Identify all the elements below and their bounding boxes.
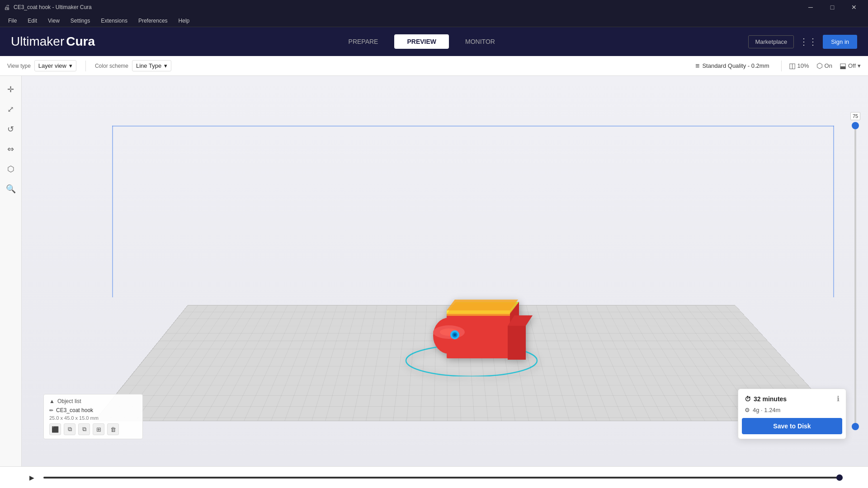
obj-action-delete[interactable]: 🗑 bbox=[107, 423, 119, 435]
layer-slider-bottom-thumb[interactable] bbox=[852, 423, 859, 430]
signin-button[interactable]: Sign in bbox=[823, 35, 857, 49]
svg-marker-13 bbox=[447, 303, 518, 314]
quality-button[interactable]: ≡ Standard Quality - 0.2mm bbox=[691, 60, 774, 72]
view-type-label: View type bbox=[7, 63, 31, 69]
move-tool[interactable]: ✛ bbox=[3, 81, 19, 98]
infill-item: ◫ 10% bbox=[789, 61, 809, 70]
tool-options-bar: View type Layer view ▾ Color scheme Line… bbox=[0, 56, 868, 76]
info-icon[interactable]: ℹ bbox=[837, 394, 840, 403]
save-to-disk-button[interactable]: Save to Disk bbox=[742, 418, 842, 434]
view-type-value: Layer view bbox=[38, 62, 66, 69]
svg-rect-12 bbox=[447, 314, 510, 316]
support-item: ⬡ On bbox=[816, 61, 832, 70]
object-actions: ⬛ ⧉ ⧉ ⊞ 🗑 bbox=[49, 423, 137, 435]
print-panel-header: ⏱ 32 minutes ℹ bbox=[738, 389, 846, 405]
menu-edit[interactable]: Edit bbox=[23, 16, 42, 26]
left-toolbar: ✛ ⤢ ↺ ⇔ ⬡ 🔍 bbox=[0, 76, 22, 466]
marketplace-button[interactable]: Marketplace bbox=[748, 35, 794, 48]
titlebar: 🖨 CE3_coat hook - Ultimaker Cura ─ □ ✕ bbox=[0, 0, 868, 14]
infill-value: 10% bbox=[797, 62, 809, 69]
tab-prepare[interactable]: PREPARE bbox=[336, 34, 391, 49]
obj-action-cube[interactable]: ⬛ bbox=[49, 423, 61, 435]
weight-icon: ⚙ bbox=[745, 407, 750, 413]
logo-ultimaker: Ultimaker bbox=[11, 34, 64, 49]
object-list-header[interactable]: ▲ Object list bbox=[49, 398, 137, 404]
support-icon: ⬡ bbox=[816, 61, 823, 70]
adhesion-chevron: ▾ bbox=[858, 62, 861, 69]
menu-extensions[interactable]: Extensions bbox=[96, 16, 132, 26]
quality-label: Standard Quality - 0.2mm bbox=[702, 62, 769, 69]
collapse-icon: ▲ bbox=[49, 398, 55, 404]
tab-preview[interactable]: PREVIEW bbox=[394, 34, 449, 49]
color-scheme-group: Color scheme Line Type ▾ bbox=[95, 60, 171, 71]
obj-action-stack[interactable]: ⧉ bbox=[64, 423, 75, 435]
print-weight: ⚙ 4g · 1.24m bbox=[738, 405, 846, 418]
scale-tool[interactable]: ⤢ bbox=[3, 101, 19, 117]
tab-monitor[interactable]: MONITOR bbox=[453, 34, 508, 49]
obj-action-duplicate[interactable]: ⊞ bbox=[93, 423, 104, 435]
object-dimensions: 25.0 x 45.0 x 15.0 mm bbox=[49, 415, 137, 421]
color-scheme-chevron: ▾ bbox=[164, 62, 167, 69]
pencil-icon: ✏ bbox=[49, 408, 53, 413]
titlebar-controls[interactable]: ─ □ ✕ bbox=[800, 0, 864, 14]
toolbar-right: ≡ Standard Quality - 0.2mm ◫ 10% ⬡ On ⬓ … bbox=[691, 60, 861, 72]
separator-2 bbox=[781, 61, 782, 71]
layer-slider-top-thumb[interactable] bbox=[852, 122, 859, 129]
weight-label: 4g · 1.24m bbox=[753, 407, 780, 413]
view-type-chevron: ▾ bbox=[69, 62, 72, 69]
svg-rect-14 bbox=[508, 326, 526, 360]
object-panel: ▲ Object list ✏ CE3_coat hook 25.0 x 45.… bbox=[43, 394, 143, 439]
app-icon: 🖨 bbox=[4, 4, 10, 11]
close-button[interactable]: ✕ bbox=[844, 0, 864, 14]
svg-point-9 bbox=[453, 333, 456, 336]
object-item[interactable]: ✏ CE3_coat hook bbox=[49, 407, 137, 413]
obj-action-copy[interactable]: ⧉ bbox=[78, 423, 90, 435]
3d-model bbox=[401, 277, 546, 376]
mirror-tool[interactable]: ⇔ bbox=[3, 141, 19, 157]
main-area: ✛ ⤢ ↺ ⇔ ⬡ 🔍 bbox=[0, 76, 868, 466]
maximize-button[interactable]: □ bbox=[822, 0, 843, 14]
support-tool[interactable]: ⬡ bbox=[3, 161, 19, 177]
progress-thumb[interactable] bbox=[836, 474, 843, 481]
menu-help[interactable]: Help bbox=[174, 16, 194, 26]
view-type-group: View type Layer view ▾ bbox=[7, 60, 76, 71]
app-logo: Ultimaker Cura bbox=[11, 34, 95, 49]
menu-preferences[interactable]: Preferences bbox=[134, 16, 172, 26]
minimize-button[interactable]: ─ bbox=[800, 0, 821, 14]
titlebar-left: 🖨 CE3_coat hook - Ultimaker Cura bbox=[4, 4, 92, 11]
playback-bar: ▶ bbox=[0, 466, 868, 488]
adhesion-icon: ⬓ bbox=[840, 61, 846, 70]
object-list-label: Object list bbox=[57, 398, 81, 404]
layer-slider[interactable]: 75 bbox=[850, 112, 861, 430]
window-title: CE3_coat hook - Ultimaker Cura bbox=[14, 4, 92, 10]
separator-1 bbox=[85, 61, 86, 71]
menu-view[interactable]: View bbox=[43, 16, 64, 26]
layer-number: 75 bbox=[850, 112, 860, 120]
logo-cura: Cura bbox=[66, 34, 95, 49]
view-type-select[interactable]: Layer view ▾ bbox=[34, 60, 76, 71]
menubar: File Edit View Settings Extensions Prefe… bbox=[0, 14, 868, 27]
model-container[interactable] bbox=[401, 277, 546, 378]
adhesion-value: Off bbox=[848, 62, 856, 69]
rotate-tool[interactable]: ↺ bbox=[3, 121, 19, 137]
time-label: 32 minutes bbox=[754, 395, 787, 403]
slider-track[interactable] bbox=[854, 122, 856, 430]
support-value: On bbox=[825, 62, 832, 69]
menu-settings[interactable]: Settings bbox=[66, 16, 94, 26]
object-name: CE3_coat hook bbox=[56, 407, 93, 413]
menu-file[interactable]: File bbox=[4, 16, 21, 26]
grid-icon[interactable]: ⋮⋮ bbox=[799, 36, 817, 47]
print-panel: ⏱ 32 minutes ℹ ⚙ 4g · 1.24m Save to Disk bbox=[738, 389, 846, 439]
search-tool[interactable]: 🔍 bbox=[3, 181, 19, 197]
color-scheme-label: Color scheme bbox=[95, 63, 128, 69]
progress-track[interactable] bbox=[43, 477, 843, 479]
play-button[interactable]: ▶ bbox=[25, 471, 38, 484]
adhesion-item: ⬓ Off ▾ bbox=[840, 61, 861, 70]
header-right: Marketplace ⋮⋮ Sign in bbox=[748, 35, 857, 49]
viewport[interactable]: 75 ▲ Object list ✏ CE3_coat hook 25.0 x … bbox=[22, 76, 868, 466]
app-header: Ultimaker Cura PREPARE PREVIEW MONITOR M… bbox=[0, 27, 868, 56]
time-icon: ⏱ bbox=[745, 395, 751, 403]
nav-tabs: PREPARE PREVIEW MONITOR bbox=[336, 34, 508, 49]
color-scheme-select[interactable]: Line Type ▾ bbox=[132, 60, 171, 71]
quality-icon: ≡ bbox=[695, 62, 699, 70]
